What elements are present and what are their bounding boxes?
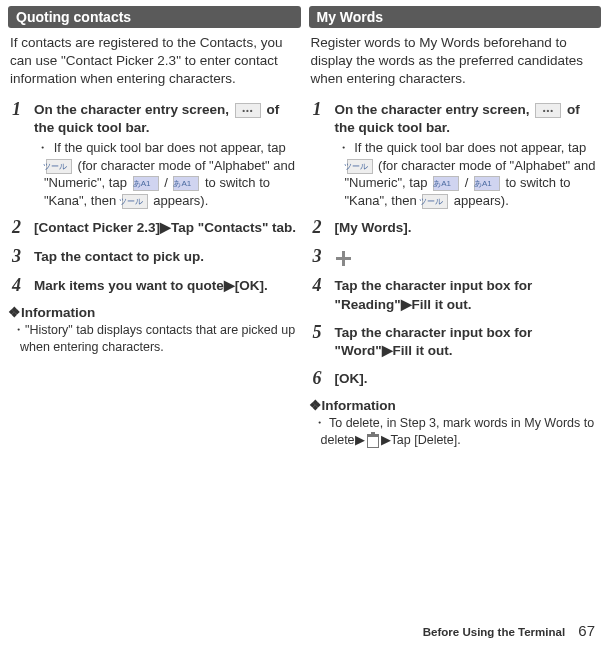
tool-key-icon: ツール bbox=[347, 159, 373, 174]
left-info-item: "History" tab displays contacts that are… bbox=[8, 322, 301, 356]
step-title: [My Words]. bbox=[335, 219, 602, 237]
right-step-1: 1 On the character entry screen, ••• of … bbox=[309, 99, 602, 210]
left-step-4: 4 Mark items you want to quote▶[OK]. bbox=[8, 275, 301, 296]
left-info-head: ❖Information bbox=[8, 304, 301, 320]
right-info-item: To delete, in Step 3, mark words in My W… bbox=[309, 415, 602, 449]
page-footer: Before Using the Terminal 67 bbox=[423, 622, 595, 639]
tool-key-icon: ツール bbox=[46, 159, 72, 174]
right-step-5: 5 Tap the character input box for "Word"… bbox=[309, 322, 602, 360]
step-title: [Contact Picker 2.3]▶Tap "Contacts" tab. bbox=[34, 219, 301, 237]
step-title: Tap the character input box for "Word"▶F… bbox=[335, 324, 602, 360]
step-sub-text: If the quick tool bar does not appear, t… bbox=[54, 140, 286, 155]
right-step-3: 3 bbox=[309, 246, 602, 267]
step-number: 5 bbox=[313, 322, 335, 360]
step-number: 3 bbox=[313, 246, 335, 267]
step-title-text: On the character entry screen, bbox=[34, 102, 233, 117]
step-title-text: On the character entry screen, bbox=[335, 102, 534, 117]
right-info-head: ❖Information bbox=[309, 397, 602, 413]
trash-icon bbox=[367, 434, 379, 448]
step-sub-text: If the quick tool bar does not appear, t… bbox=[354, 140, 586, 155]
step-sub-text: appears). bbox=[150, 193, 209, 208]
step-number: 4 bbox=[313, 275, 335, 313]
tool-key-icon: ツール bbox=[122, 194, 148, 209]
right-step-4: 4 Tap the character input box for "Readi… bbox=[309, 275, 602, 313]
left-intro: If contacts are registered to the Contac… bbox=[8, 34, 301, 89]
plus-icon bbox=[335, 250, 351, 266]
step-sub-text: appears). bbox=[450, 193, 509, 208]
step-title: On the character entry screen, ••• of th… bbox=[335, 101, 602, 137]
step-number: 2 bbox=[12, 217, 34, 238]
info-text: ▶Tap [Delete]. bbox=[381, 433, 461, 447]
right-section-header: My Words bbox=[309, 6, 602, 28]
step-number: 4 bbox=[12, 275, 34, 296]
kana-key-icon: あA1 bbox=[173, 176, 199, 191]
step-title: [OK]. bbox=[335, 370, 602, 388]
step-sub-text: / bbox=[161, 175, 172, 190]
step-title bbox=[335, 248, 602, 266]
step-number: 2 bbox=[313, 217, 335, 238]
right-step-6: 6 [OK]. bbox=[309, 368, 602, 389]
footer-section-label: Before Using the Terminal bbox=[423, 626, 565, 638]
more-key-icon: ••• bbox=[535, 103, 561, 118]
kana-key-icon: あA1 bbox=[433, 176, 459, 191]
left-column: Quoting contacts If contacts are registe… bbox=[8, 6, 301, 449]
step-title: Mark items you want to quote▶[OK]. bbox=[34, 277, 301, 295]
step-title: Tap the contact to pick up. bbox=[34, 248, 301, 266]
step-number: 1 bbox=[12, 99, 34, 210]
step-sub: If the quick tool bar does not appear, t… bbox=[335, 139, 602, 209]
footer-page-number: 67 bbox=[578, 622, 595, 639]
right-intro: Register words to My Words beforehand to… bbox=[309, 34, 602, 89]
step-number: 6 bbox=[313, 368, 335, 389]
left-step-1: 1 On the character entry screen, ••• of … bbox=[8, 99, 301, 210]
tool-key-icon: ツール bbox=[422, 194, 448, 209]
left-step-3: 3 Tap the contact to pick up. bbox=[8, 246, 301, 267]
right-step-2: 2 [My Words]. bbox=[309, 217, 602, 238]
step-number: 1 bbox=[313, 99, 335, 210]
left-step-2: 2 [Contact Picker 2.3]▶Tap "Contacts" ta… bbox=[8, 217, 301, 238]
right-column: My Words Register words to My Words befo… bbox=[309, 6, 602, 449]
kana-key-icon: あA1 bbox=[133, 176, 159, 191]
more-key-icon: ••• bbox=[235, 103, 261, 118]
step-title: On the character entry screen, ••• of th… bbox=[34, 101, 301, 137]
step-number: 3 bbox=[12, 246, 34, 267]
kana-key-icon: あA1 bbox=[474, 176, 500, 191]
step-sub: If the quick tool bar does not appear, t… bbox=[34, 139, 301, 209]
step-sub-text: / bbox=[461, 175, 472, 190]
left-section-header: Quoting contacts bbox=[8, 6, 301, 28]
step-title: Tap the character input box for "Reading… bbox=[335, 277, 602, 313]
